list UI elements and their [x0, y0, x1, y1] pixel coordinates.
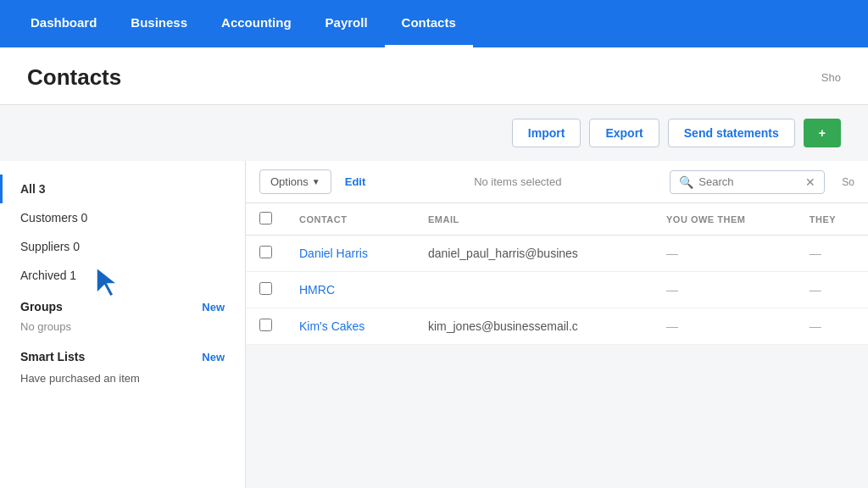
col-you-owe-them: YOU OWE THEM: [653, 203, 796, 236]
sidebar-filter-suppliers-label: Suppliers 0: [20, 240, 80, 253]
nav-item-contacts[interactable]: Contacts: [385, 0, 473, 47]
row-checkbox-2: [246, 272, 286, 308]
contact-email-1: daniel_paul_harris@busines: [415, 236, 653, 272]
contact-link-1[interactable]: Daniel Harris: [299, 247, 368, 260]
sidebar-filter-archived-label: Archived 1: [20, 269, 76, 282]
contact-you-owe-2: —: [653, 272, 796, 308]
row-select-3[interactable]: [259, 319, 272, 331]
top-navigation: Dashboard Business Accounting Payroll Co…: [0, 0, 868, 47]
nav-item-business[interactable]: Business: [114, 0, 204, 47]
contact-they-2: —: [796, 272, 868, 308]
sidebar-groups-title: Groups: [20, 300, 63, 313]
sidebar-filter-suppliers[interactable]: Suppliers 0: [0, 232, 245, 261]
sidebar-smart-lists-section: Smart Lists New: [0, 340, 245, 367]
cursor-icon: [93, 264, 124, 298]
toolbar: Import Export Send statements +: [0, 105, 868, 161]
main-content: All 3 Customers 0 Suppliers 0 Archived 1…: [0, 161, 868, 488]
options-button[interactable]: Options ▼: [259, 169, 331, 194]
sort-label[interactable]: So: [842, 176, 854, 188]
table-row: HMRC — —: [246, 272, 868, 308]
contact-they-1: —: [796, 236, 868, 272]
nav-item-accounting[interactable]: Accounting: [204, 0, 309, 47]
export-button[interactable]: Export: [589, 119, 659, 147]
contact-name-3: Kim's Cakes: [286, 308, 415, 345]
sidebar-filter-all-label: All 3: [20, 182, 46, 196]
send-statements-button[interactable]: Send statements: [668, 119, 795, 147]
col-contact: CONTACT: [286, 203, 415, 236]
contact-link-2[interactable]: HMRC: [299, 283, 335, 297]
page-header: Contacts Sho: [0, 47, 868, 105]
table-row: Kim's Cakes kim_jones@businessemail.c — …: [246, 308, 868, 345]
sidebar-no-groups: No groups: [0, 317, 245, 340]
edit-button[interactable]: Edit: [345, 175, 366, 188]
nav-item-dashboard[interactable]: Dashboard: [14, 0, 114, 47]
sidebar-filter-customers-label: Customers 0: [20, 211, 87, 225]
content-area: Options ▼ Edit No items selected 🔍 ✕ So …: [246, 161, 868, 488]
contact-email-3: kim_jones@businessemail.c: [415, 308, 653, 345]
show-label: Sho: [821, 71, 841, 84]
contact-link-3[interactable]: Kim's Cakes: [299, 319, 364, 333]
nav-item-payroll[interactable]: Payroll: [309, 0, 385, 47]
page-title: Contacts: [27, 64, 121, 91]
row-checkbox-1: [246, 236, 286, 272]
col-email: EMAIL: [415, 203, 653, 236]
options-chevron-icon: ▼: [312, 177, 320, 186]
sidebar-smart-lists-new[interactable]: New: [202, 351, 225, 363]
import-button[interactable]: Import: [512, 119, 581, 147]
search-box: 🔍 ✕: [670, 170, 825, 194]
contact-name-2: HMRC: [286, 272, 415, 308]
contact-you-owe-3: —: [653, 308, 796, 345]
sidebar-filter-customers[interactable]: Customers 0: [0, 203, 245, 232]
row-select-1[interactable]: [259, 246, 272, 258]
new-contact-button[interactable]: +: [804, 119, 841, 147]
table-row: Daniel Harris daniel_paul_harris@busines…: [246, 236, 868, 272]
search-icon: 🔍: [679, 175, 693, 189]
search-input[interactable]: [698, 175, 800, 188]
sidebar: All 3 Customers 0 Suppliers 0 Archived 1…: [0, 161, 246, 488]
col-checkbox: [246, 203, 286, 236]
col-they: THEY: [796, 203, 868, 236]
no-items-selected: No items selected: [379, 175, 656, 188]
svg-marker-0: [97, 268, 117, 297]
action-bar: Options ▼ Edit No items selected 🔍 ✕ So: [246, 161, 868, 203]
sidebar-smart-list-item[interactable]: Have purchased an item: [0, 367, 245, 390]
row-checkbox-3: [246, 308, 286, 345]
sidebar-filter-all[interactable]: All 3: [0, 175, 245, 203]
row-select-2[interactable]: [259, 282, 272, 295]
options-label: Options: [270, 175, 309, 188]
contact-name-1: Daniel Harris: [286, 236, 415, 272]
select-all-checkbox[interactable]: [259, 212, 272, 225]
contact-email-2: [415, 272, 653, 308]
clear-search-button[interactable]: ✕: [805, 176, 815, 188]
contact-they-3: —: [796, 308, 868, 345]
contacts-table: CONTACT EMAIL YOU OWE THEM THEY Daniel H…: [246, 203, 868, 345]
sidebar-smart-lists-title: Smart Lists: [20, 350, 85, 363]
sidebar-groups-new[interactable]: New: [202, 301, 225, 313]
sidebar-filter-archived[interactable]: Archived 1: [0, 261, 245, 290]
contact-you-owe-1: —: [653, 236, 796, 272]
